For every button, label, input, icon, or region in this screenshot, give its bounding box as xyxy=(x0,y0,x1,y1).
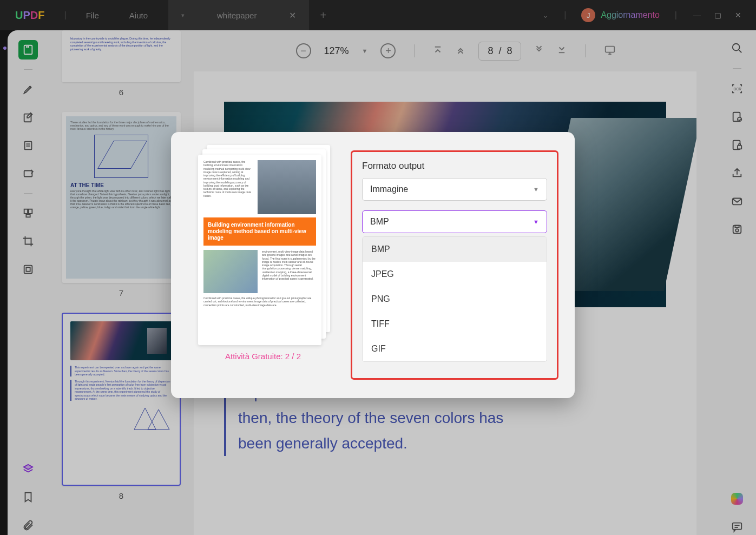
quota-text: Attività Gratuite: 2 / 2 xyxy=(225,352,301,361)
output-type-select[interactable]: Immagine▼ xyxy=(362,178,547,201)
format-option-jpeg[interactable]: JPEG xyxy=(363,262,547,287)
format-option-bmp[interactable]: BMP xyxy=(363,237,547,262)
format-dropdown: BMP JPEG PNG TIFF GIF xyxy=(362,236,547,362)
format-option-png[interactable]: PNG xyxy=(363,287,547,312)
export-modal: Combined with practical cases, the build… xyxy=(171,132,575,398)
image-format-select[interactable]: BMP▼ xyxy=(362,210,547,233)
preview-stack: Combined with practical cases, the build… xyxy=(198,150,328,343)
export-controls: Formato output Immagine▼ BMP▼ BMP JPEG P… xyxy=(351,150,558,380)
format-option-gif[interactable]: GIF xyxy=(363,336,547,361)
format-option-tiff[interactable]: TIFF xyxy=(363,312,547,336)
output-format-label: Formato output xyxy=(362,161,547,171)
